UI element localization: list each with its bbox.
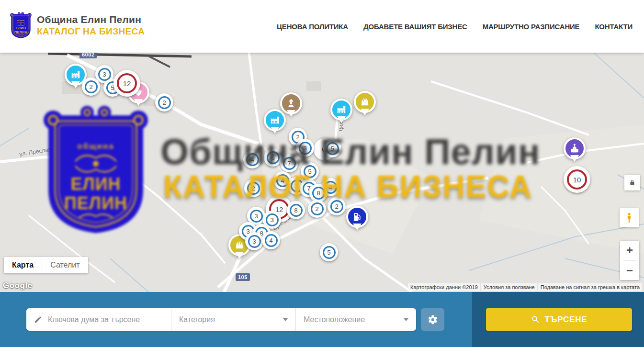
cluster-count: 2 xyxy=(247,182,260,195)
cluster-marker[interactable]: 5 xyxy=(323,139,341,157)
map-type-map-button[interactable]: Карта xyxy=(4,257,42,273)
gear-icon xyxy=(428,314,438,325)
search-input-group: Категория Местоположение xyxy=(26,308,416,331)
cluster-marker[interactable]: 7 xyxy=(280,154,298,172)
cluster-count: 10 xyxy=(567,169,587,190)
nav-item[interactable]: КОНТАКТИ xyxy=(595,22,633,31)
cluster-marker[interactable]: 3 xyxy=(245,232,263,250)
church-icon xyxy=(564,137,586,159)
lock-icon xyxy=(629,179,636,186)
cluster-marker[interactable]: 12 xyxy=(113,70,140,97)
cluster-count: 3 xyxy=(266,213,279,226)
zoom-out-button[interactable]: − xyxy=(620,261,639,280)
cluster-count: 6 xyxy=(267,151,280,164)
shopping-bag-icon xyxy=(354,91,376,113)
cluster-count: 3 xyxy=(299,142,312,155)
cluster-count: 12 xyxy=(117,73,137,93)
cluster-marker[interactable]: 2 xyxy=(328,197,346,215)
map-data-notice: Картографски данни ©2019 xyxy=(408,283,480,291)
google-logo[interactable]: Google xyxy=(3,281,33,291)
pencil-icon xyxy=(34,315,42,324)
lock-button[interactable] xyxy=(624,175,640,190)
route-badge: 6002 xyxy=(79,53,97,58)
cluster-marker[interactable]: 8 xyxy=(287,201,305,219)
search-submit-button[interactable]: ТЪРСЕНЕ xyxy=(486,308,632,331)
cluster-count: 5 xyxy=(304,165,316,178)
map-attribution-link[interactable]: Подаване на сигнал за грешка в картата xyxy=(538,283,642,291)
pegman-icon xyxy=(623,212,635,224)
cluster-marker[interactable]: 4 xyxy=(262,231,280,249)
cluster-marker[interactable]: 2 xyxy=(155,93,173,112)
map-canvas[interactable]: ул. Преславбул. „Новоселция“600210532512… xyxy=(0,53,644,292)
cluster-count: 4 xyxy=(265,234,278,247)
cluster-count: 2 xyxy=(158,96,171,109)
cluster-count: 3 xyxy=(248,235,261,248)
cluster-marker[interactable]: 3 xyxy=(296,139,314,157)
chevron-down-icon xyxy=(404,318,408,321)
factory-icon xyxy=(330,99,352,121)
municipality-crest-icon: община ЕЛИН ПЕЛИН xyxy=(10,11,32,39)
nav-item[interactable]: ДОБАВЕТЕ ВАШИЯТ БИЗНЕС xyxy=(363,22,467,31)
chevron-down-icon xyxy=(283,318,288,321)
route-badge: 105 xyxy=(236,273,250,281)
location-select[interactable]: Местоположение xyxy=(295,308,416,331)
cluster-count: 8 xyxy=(312,187,325,200)
category-pin-factory[interactable] xyxy=(264,109,286,131)
category-pin-factory[interactable] xyxy=(330,99,352,121)
main-nav: ЦЕНОВА ПОЛИТИКАДОБАВЕТЕ ВАШИЯТ БИЗНЕСМАР… xyxy=(277,0,633,53)
zoom-in-button[interactable]: + xyxy=(620,241,639,260)
keyword-field[interactable] xyxy=(26,308,171,331)
zoom-control: + − xyxy=(620,241,639,280)
cluster-count: 8 xyxy=(290,204,303,217)
keyword-input[interactable] xyxy=(48,315,168,324)
cluster-marker[interactable]: 5 xyxy=(320,243,338,261)
cluster-marker[interactable]: 2 xyxy=(244,179,262,197)
search-bar: Категория Местоположение ТЪРСЕНЕ xyxy=(0,292,644,347)
category-pin-fuel[interactable] xyxy=(346,206,368,228)
nav-item[interactable]: ЦЕНОВА ПОЛИТИКА xyxy=(277,22,348,31)
cluster-marker[interactable]: 2 xyxy=(308,200,326,218)
cluster-count: 4 xyxy=(246,153,259,166)
map-attribution-link[interactable]: Условия за ползване xyxy=(481,283,537,291)
search-icon xyxy=(531,315,540,324)
category-select[interactable]: Категория xyxy=(171,308,295,331)
cluster-count: 3 xyxy=(250,210,263,223)
svg-text:ЕЛИН: ЕЛИН xyxy=(16,26,26,30)
category-pin-shopping-bag[interactable] xyxy=(354,91,376,113)
cluster-count: 7 xyxy=(283,157,296,170)
factory-icon xyxy=(264,109,286,131)
cluster-count: 5 xyxy=(323,246,336,259)
cluster-count: 2 xyxy=(85,80,98,93)
site-logo[interactable]: община ЕЛИН ПЕЛИН Община Елин Пелин КАТА… xyxy=(10,11,145,39)
cluster-marker[interactable]: 6 xyxy=(264,148,282,167)
cluster-marker[interactable]: 2 xyxy=(82,78,100,96)
street-view-pegman-button[interactable] xyxy=(620,208,639,227)
svg-text:ПЕЛИН: ПЕЛИН xyxy=(14,30,27,34)
site-subtitle: КАТАЛОГ НА БИЗНЕСА xyxy=(37,26,145,37)
advanced-settings-button[interactable] xyxy=(421,308,444,331)
category-pin-church[interactable] xyxy=(564,137,586,159)
cluster-marker[interactable]: 10 xyxy=(564,166,590,193)
cluster-marker[interactable]: 5 xyxy=(301,162,319,180)
map-type-satellite-button[interactable]: Сателит xyxy=(42,257,88,273)
cluster-count: 2 xyxy=(330,200,343,213)
fuel-icon xyxy=(346,206,368,228)
header: община ЕЛИН ПЕЛИН Община Елин Пелин КАТА… xyxy=(0,0,644,53)
cluster-count: 2 xyxy=(311,202,324,215)
map-attribution: Картографски данни ©2019Условия за ползв… xyxy=(408,283,642,291)
cluster-count: 4 xyxy=(276,174,289,187)
page: община ЕЛИН ПЕЛИН Община Елин Пелин КАТА… xyxy=(0,0,644,347)
map-type-control: Карта Сателит xyxy=(4,257,88,273)
cluster-marker[interactable]: 4 xyxy=(243,150,261,168)
svg-text:община: община xyxy=(17,20,25,22)
nav-item[interactable]: МАРШРУТНО РАЗПИСАНИЕ xyxy=(483,22,580,31)
cluster-count: 5 xyxy=(326,142,339,155)
site-title: Община Елин Пелин xyxy=(37,14,145,25)
